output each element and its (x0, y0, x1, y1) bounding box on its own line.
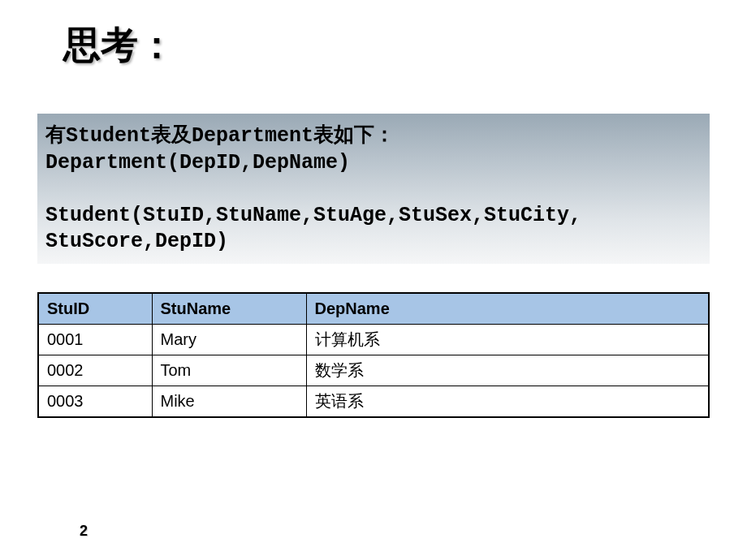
desc-line-2: Department(DepID,DepName) (45, 150, 702, 177)
desc-line-3 (45, 176, 702, 203)
table-body: 0001 Mary 计算机系 0002 Tom 数学系 0003 Mike 英语… (38, 325, 709, 418)
cell-stuid: 0001 (38, 325, 152, 355)
schema-description-box: 有Student表及Department表如下： Department(DepI… (37, 114, 710, 264)
table-row: 0001 Mary 计算机系 (38, 325, 709, 355)
cell-stuname: Tom (152, 355, 306, 386)
cell-depname: 计算机系 (306, 325, 709, 355)
header-stuid: StuID (38, 293, 152, 325)
slide-title: 思考： (63, 20, 175, 71)
table-row: 0003 Mike 英语系 (38, 386, 709, 418)
desc-line-1: 有Student表及Department表如下： (45, 123, 702, 150)
cell-stuname: Mike (152, 386, 306, 418)
table-row: 0002 Tom 数学系 (38, 355, 709, 386)
cell-depname: 英语系 (306, 386, 709, 418)
header-depname: DepName (306, 293, 709, 325)
cell-stuid: 0002 (38, 355, 152, 386)
desc-line-4: Student(StuID,StuName,StuAge,StuSex,StuC… (45, 203, 702, 230)
cell-stuname: Mary (152, 325, 306, 355)
cell-depname: 数学系 (306, 355, 709, 386)
cell-stuid: 0003 (38, 386, 152, 418)
table-header-row: StuID StuName DepName (38, 293, 709, 325)
desc-line-5: StuScore,DepID) (45, 229, 702, 256)
page-number: 2 (80, 523, 88, 540)
header-stuname: StuName (152, 293, 306, 325)
student-dep-table: StuID StuName DepName 0001 Mary 计算机系 000… (37, 292, 710, 418)
